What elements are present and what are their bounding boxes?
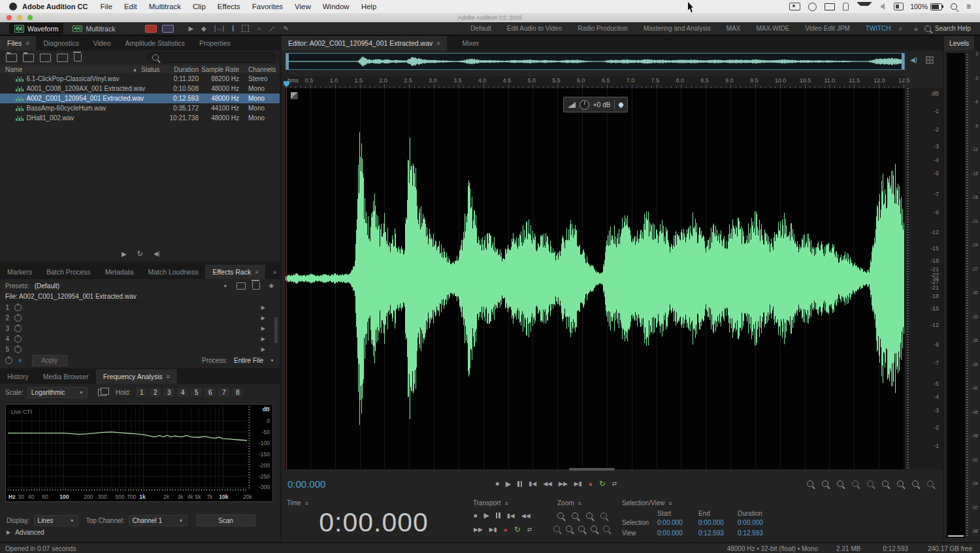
tab-video[interactable]: Video <box>86 36 118 50</box>
file-name[interactable]: DHall1_002.wav <box>27 114 165 122</box>
slot-arrow-icon[interactable]: ▶ <box>261 326 265 331</box>
frequency-panel-menu-icon[interactable]: ≡ <box>167 373 170 380</box>
hud-gain-value[interactable]: +0 dB <box>593 101 610 109</box>
zoom-panel-reset-button[interactable] <box>553 526 560 532</box>
wifi-icon[interactable] <box>857 2 872 11</box>
stop-button[interactable]: ■ <box>495 480 498 487</box>
zoom-full-button[interactable] <box>927 480 934 487</box>
menu-edit[interactable]: Edit <box>124 3 137 10</box>
hold-button-7[interactable]: 7 <box>218 388 229 397</box>
hud-pin-icon[interactable] <box>618 101 625 108</box>
fade-envelope-icon[interactable] <box>568 102 576 108</box>
col-sample-rate[interactable]: Sample Rate <box>199 66 239 73</box>
insert-into-multitrack-icon[interactable] <box>57 54 68 62</box>
scan-button[interactable]: Scan <box>197 514 255 526</box>
selection-end-value[interactable]: 0:00.000 <box>698 519 724 526</box>
move-tool-icon[interactable]: ▶ <box>188 25 193 32</box>
multitrack-view-button[interactable]: Multitrack <box>67 23 120 34</box>
mic-icon[interactable] <box>843 3 849 10</box>
transport-panel-menu-icon[interactable]: ≡ <box>504 500 508 507</box>
pause-button[interactable] <box>517 481 522 487</box>
tab-effects-rack[interactable]: Effects Rack≡ <box>205 265 265 279</box>
skip-to-end-button[interactable]: ▶▮ <box>574 480 582 487</box>
advanced-disclosure-icon[interactable]: ▶ <box>7 529 10 535</box>
slot-power-icon[interactable] <box>14 314 22 322</box>
transport-skip-start-button[interactable]: ▮◀ <box>507 512 515 519</box>
hold-button-3[interactable]: 3 <box>163 388 174 397</box>
selection-start-value[interactable]: 0:00.000 <box>657 519 683 526</box>
effects-rack-scrollbar[interactable] <box>274 317 278 343</box>
display-dropdown[interactable]: Lines▼ <box>34 515 78 526</box>
tab-metadata[interactable]: Metadata <box>98 265 141 279</box>
editor-time-readout[interactable]: 0:00.000 <box>287 478 325 490</box>
zoom-panel-out-amplitude-button[interactable] <box>600 512 607 519</box>
menu-favorites[interactable]: Favorites <box>252 3 283 10</box>
tab-amplitude-statistics[interactable]: Amplitude Statistics <box>118 36 192 50</box>
file-row[interactable]: DHall1_002.wav10:21.73848000 HzMono <box>0 113 280 123</box>
tab-mixer[interactable]: Mixer <box>456 36 486 50</box>
slot-power-icon[interactable] <box>14 325 22 332</box>
slot-arrow-icon[interactable]: ▶ <box>261 315 265 321</box>
col-name[interactable]: Name <box>0 66 133 73</box>
file-row[interactable]: BassAmp-60cycleHum.wav0:35.17244100 HzMo… <box>0 103 280 113</box>
process-dropdown-icon[interactable]: ▼ <box>270 358 274 363</box>
transport-skip-end-button[interactable]: ▶▮ <box>489 526 497 533</box>
view-duration-value[interactable]: 0:12.593 <box>738 529 763 537</box>
razor-tool-icon[interactable]: ◆ <box>201 25 206 32</box>
presets-dropdown-icon[interactable]: ▼ <box>223 284 227 288</box>
files-header-row[interactable]: Name ▲ Status Duration Sample Rate Chann… <box>0 65 280 74</box>
tab-levels[interactable]: Levels <box>944 36 974 50</box>
zoom-panel-in-amplitude-button[interactable] <box>586 512 593 519</box>
rack-io-toggle-icon[interactable]: ≡ <box>18 357 23 364</box>
window-titlebar[interactable]: Adobe Audition CC 2015 <box>0 13 980 23</box>
time-machine-icon[interactable] <box>808 3 817 11</box>
sort-ascending-icon[interactable]: ▲ <box>133 67 137 72</box>
zoom-panel-selection-button[interactable] <box>591 526 597 532</box>
hold-button-1[interactable]: 1 <box>136 388 147 397</box>
files-panel-menu-icon[interactable]: ≡ <box>25 40 29 46</box>
save-preset-icon[interactable] <box>237 282 246 290</box>
transport-pause-button[interactable] <box>496 512 500 518</box>
menu-window[interactable]: Window <box>323 3 350 10</box>
slot-arrow-icon[interactable]: ▶ <box>261 346 265 352</box>
apply-button[interactable]: Apply <box>32 355 67 366</box>
skip-to-start-button[interactable]: ▮◀ <box>529 480 536 487</box>
zoom-panel-full-button[interactable] <box>603 526 610 532</box>
workspace-menu-icon[interactable]: ≡ <box>899 25 902 32</box>
amplitude-ruler[interactable]: dB-1-2-3-4-5-7-9-12-15-18-21-27-∞-27-21-… <box>906 88 943 469</box>
file-row[interactable]: A001_C008_1209AX_001 Extracted.wav0:10.5… <box>0 84 280 93</box>
heads-up-display[interactable]: +0 dB <box>563 97 628 112</box>
zoom-in-at-out-point-button[interactable] <box>897 480 904 487</box>
spotlight-icon[interactable] <box>951 3 957 10</box>
hold-button-2[interactable]: 2 <box>150 388 161 397</box>
slot-arrow-icon[interactable]: ▶ <box>261 336 265 342</box>
new-file-icon[interactable] <box>40 54 51 62</box>
col-channels[interactable]: Channels <box>239 66 280 73</box>
workspace-video-edit-jpm[interactable]: Video Edit JPM <box>806 25 850 32</box>
rewind-button[interactable]: ◀◀ <box>543 480 552 487</box>
workspace-overflow-icon[interactable]: » <box>914 25 918 33</box>
zoom-out-amplitude-button[interactable] <box>852 480 858 487</box>
gain-knob-icon[interactable] <box>580 100 589 110</box>
transport-loop-button[interactable]: ↻ <box>514 525 521 534</box>
menu-multitrack[interactable]: Multitrack <box>149 3 181 10</box>
tab-media-browser[interactable]: Media Browser <box>36 369 96 384</box>
menu-effects[interactable]: Effects <box>218 3 240 10</box>
zoom-panel-out-time-button[interactable] <box>572 512 578 519</box>
waveform-display[interactable]: +0 dB <box>286 88 905 469</box>
hold-button-4[interactable]: 4 <box>177 388 188 397</box>
tab-batch-process[interactable]: Batch Process <box>39 265 98 279</box>
process-value[interactable]: Entire File <box>234 357 263 364</box>
menu-clip[interactable]: Clip <box>193 3 206 10</box>
editor-panel-menu-icon[interactable]: ≡ <box>436 40 440 46</box>
file-name[interactable]: BassAmp-60cycleHum.wav <box>27 105 165 112</box>
file-name[interactable]: A002_C001_120954_001 Extracted.wav <box>27 95 165 102</box>
tab-markers[interactable]: Markers <box>0 265 39 279</box>
copy-graph-icon[interactable] <box>98 389 106 396</box>
search-help-label[interactable]: Search Help <box>935 25 971 32</box>
col-status[interactable]: Status <box>141 66 165 73</box>
volume-icon[interactable] <box>880 3 885 10</box>
workspace-mastering-and-analysis[interactable]: Mastering and Analysis <box>644 25 711 32</box>
close-files-trash-icon[interactable] <box>74 54 82 61</box>
time-panel-menu-icon[interactable]: ≡ <box>305 500 308 507</box>
